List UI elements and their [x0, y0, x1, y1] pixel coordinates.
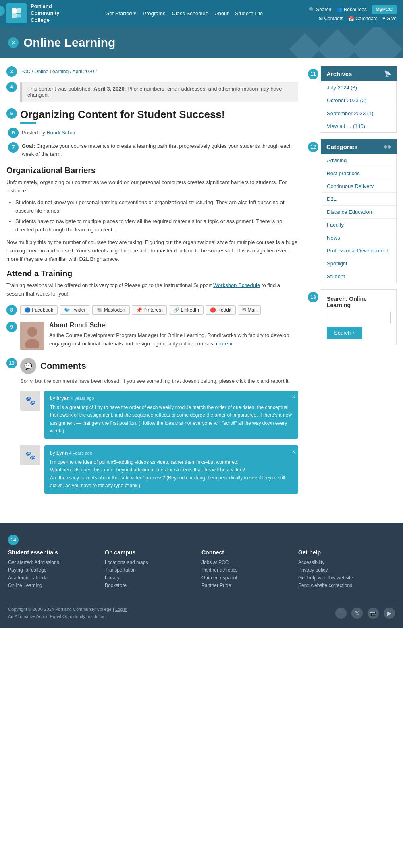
share-linkedin[interactable]: 🔗 LinkedIn — [169, 305, 204, 315]
cat-news[interactable]: News — [321, 231, 396, 244]
nav-programs[interactable]: Programs — [143, 10, 165, 17]
nav-about[interactable]: About — [215, 10, 229, 17]
breadcrumb-april-2020[interactable]: April 2020 — [72, 69, 94, 74]
footer-academic-calendar[interactable]: Academic calendar — [8, 575, 105, 581]
cat-best-practices[interactable]: Best practices — [321, 167, 396, 180]
footer-student-heading: Student essentials — [8, 549, 105, 556]
search-input[interactable] — [327, 312, 391, 323]
comment-2-close[interactable]: × — [292, 448, 295, 456]
share-pinterest[interactable]: 📌 Pinterest — [132, 305, 167, 315]
footer-athletics[interactable]: Panther athletics — [202, 567, 298, 573]
share-mastodon[interactable]: 🐘 Mastodon — [92, 305, 130, 315]
nav-class-schedule[interactable]: Class Schedule — [172, 10, 208, 17]
share-mail[interactable]: ✉ Mail — [238, 305, 261, 315]
logo-box[interactable] — [6, 3, 27, 23]
archive-view-all[interactable]: View all … (140) — [321, 120, 396, 132]
breadcrumb-pcc[interactable]: PCC — [20, 69, 30, 74]
footer-jobs[interactable]: Jobs at PCC — [202, 560, 298, 565]
footer-espanol[interactable]: Guía en español — [202, 575, 298, 581]
comments-section: 💬 Comments Sorry, but the comments have … — [20, 358, 298, 500]
nav-give[interactable]: ♥ Give — [382, 16, 397, 21]
main-nav: Get Started ▾ Programs Class Schedule Ab… — [60, 10, 309, 17]
footer-login[interactable]: Log in — [115, 607, 127, 612]
comment-2-time: 4 years ago — [69, 451, 92, 455]
author-link[interactable]: Rondi Schei — [46, 130, 75, 136]
cat-continuous-delivery[interactable]: Continuous Delivery — [321, 180, 396, 193]
cat-spotlight[interactable]: Spotlight — [321, 257, 396, 270]
nav-get-started[interactable]: Get Started ▾ — [105, 10, 136, 17]
footer-accessibility[interactable]: Accessibility — [298, 560, 395, 565]
barrier-item-2: Students have to navigate to multiple pl… — [15, 217, 298, 234]
social-x-twitter[interactable]: 𝕏 — [351, 608, 363, 619]
cat-advising[interactable]: Advising — [321, 154, 396, 167]
footer-help-heading: Get help — [298, 549, 395, 556]
social-youtube[interactable]: ▶ — [384, 608, 395, 619]
search-button[interactable]: Search › — [327, 327, 362, 339]
archive-sep-2023[interactable]: September 2023 (1) — [321, 107, 396, 120]
archive-july-2024[interactable]: July 2024 (3) — [321, 81, 396, 94]
footer-cols: Student essentials Get started: Admissio… — [8, 549, 395, 590]
content-area: 3 PCC / Online Learning / April 2020 / 4… — [6, 66, 308, 506]
archives-list: July 2024 (3) October 2023 (2) September… — [321, 81, 397, 133]
step-7: 7 — [8, 142, 19, 153]
footer-col-connect: Connect Jobs at PCC Panther athletics Gu… — [202, 549, 298, 590]
share-facebook[interactable]: 🔵 Facebook — [20, 305, 58, 315]
cat-professional-development[interactable]: Professional Development — [321, 244, 396, 257]
posted-by: Posted by Rondi Schei — [22, 130, 75, 136]
footer-bookstore[interactable]: Bookstore — [105, 583, 202, 588]
article-para-training: Training sessions will be offered on thi… — [6, 281, 298, 298]
share-twitter[interactable]: 🐦 Twitter — [60, 305, 90, 315]
nav-search[interactable]: 🔍 Search — [309, 7, 331, 12]
workshop-schedule-link[interactable]: Workshop Schedule — [213, 282, 260, 288]
footer-transportation[interactable]: Transportation — [105, 567, 202, 573]
footer-library[interactable]: Library — [105, 575, 202, 581]
share-reddit[interactable]: 🔴 Reddit — [206, 305, 236, 315]
categories-block: Categories ◆◆ Advising Best practices Co… — [321, 139, 397, 283]
comments-bubble-icon: 💬 — [20, 358, 36, 374]
step-11: 11 — [308, 69, 318, 79]
nav-resources[interactable]: 👥 Resources — [336, 7, 367, 12]
step-12: 12 — [308, 142, 318, 152]
footer-help-website[interactable]: Get help with this website — [298, 575, 395, 581]
step-9: 9 — [6, 322, 17, 332]
social-instagram[interactable]: 📷 — [368, 608, 379, 619]
cat-student[interactable]: Student — [321, 270, 396, 283]
cat-distance-education[interactable]: Distance Education — [321, 206, 396, 219]
social-facebook[interactable]: f — [335, 608, 347, 619]
article-title: Organizing Content for Student Success! — [20, 108, 225, 121]
footer-paying[interactable]: Paying for college — [8, 567, 105, 573]
goal-text: Goal: Organize your course materials to … — [22, 142, 298, 159]
cat-d2l[interactable]: D2L — [321, 193, 396, 206]
rss-icon[interactable]: 📡 — [384, 70, 391, 77]
nav-student-life[interactable]: Student Life — [235, 10, 263, 17]
barrier-item-1: Students do not know your personal namin… — [15, 198, 298, 215]
footer-privacy[interactable]: Privacy policy — [298, 567, 395, 573]
archive-oct-2023[interactable]: October 2023 (2) — [321, 94, 396, 107]
mypcc-button[interactable]: MyPCC — [372, 5, 397, 14]
footer-social: f 𝕏 📷 ▶ — [335, 608, 395, 619]
author-section-title: About Rondi Schei — [49, 322, 298, 329]
comment-1-close[interactable]: × — [292, 393, 295, 401]
svg-rect-0 — [12, 8, 17, 13]
comment-1-body: × by bryan 4 years ago This is a great t… — [44, 391, 298, 439]
author-more-link[interactable]: more » — [216, 341, 232, 347]
notice-box: This content was published: April 3, 202… — [20, 82, 298, 102]
author-box: About Rondi Schei As the Course Developm… — [20, 322, 298, 350]
footer-get-started[interactable]: Get started: Admissions — [8, 560, 105, 565]
section-heading-barriers: Organizational Barriers — [6, 166, 298, 175]
logo-text: Portland Community College — [31, 3, 60, 24]
step-14: 14 — [8, 535, 19, 545]
footer-campus-heading: On campus — [105, 549, 202, 556]
breadcrumb-online-learning[interactable]: Online Learning — [34, 69, 69, 74]
author-avatar — [20, 322, 44, 350]
nav-contacts[interactable]: ✉ Contacts — [319, 16, 343, 21]
footer-panther-pride[interactable]: Panther Pride — [202, 583, 298, 588]
cat-faculty[interactable]: Faculty — [321, 219, 396, 231]
archives-block: Archives 📡 July 2024 (3) October 2023 (2… — [321, 66, 397, 133]
comments-title: Comments — [40, 361, 86, 371]
pcc-logo-icon — [10, 7, 23, 20]
nav-calendars[interactable]: 📅 Calendars — [348, 16, 378, 21]
footer-online-learning[interactable]: Online Learning — [8, 583, 105, 588]
footer-corrections[interactable]: Send website corrections — [298, 583, 395, 588]
footer-locations[interactable]: Locations and maps — [105, 560, 202, 565]
